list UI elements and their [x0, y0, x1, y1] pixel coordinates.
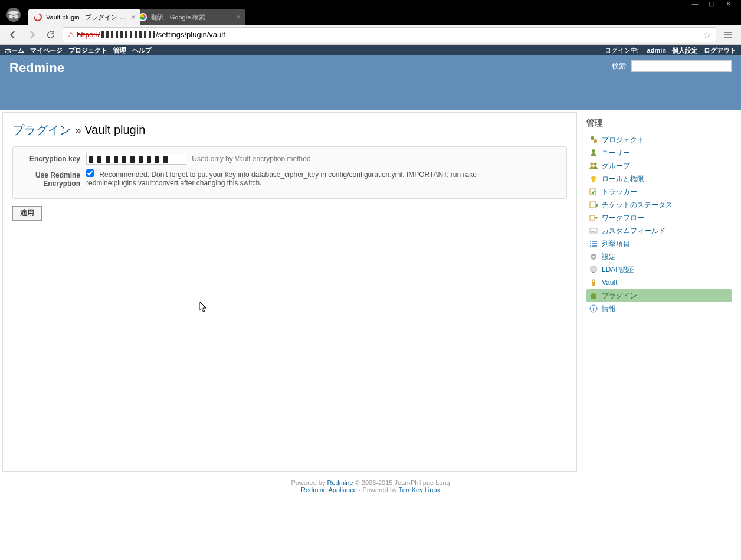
sidebar-item-plugins[interactable]: プラグイン: [586, 289, 732, 302]
admin-sidebar: 管理 プロジェクトユーザーグループロールと権限トラッカーチケットのステータスワー…: [582, 110, 741, 474]
footer-copyright: © 2006-2015 Jean-Philippe Lang: [353, 479, 450, 486]
svg-point-1: [8, 11, 18, 15]
svg-rect-31: [591, 267, 596, 271]
sidebar-item-user[interactable]: ユーザー: [586, 146, 732, 159]
footer-powered-by: Powered by: [291, 479, 327, 486]
sidebar-item-label[interactable]: グループ: [602, 161, 630, 171]
sidebar-item-label[interactable]: チケットのステータス: [602, 199, 673, 210]
svg-point-12: [592, 149, 595, 153]
svg-rect-20: [590, 228, 597, 233]
browser-toolbar: ⚠ https:// /settings/plugin/vault ☆: [0, 25, 741, 45]
sidebar-item-info[interactable]: i情報: [586, 302, 732, 315]
submit-row: 適用: [12, 206, 567, 221]
use-redmine-encryption-hint: Recommended. Don't forget to put your ke…: [86, 171, 477, 187]
tab-favicon-icon: [33, 12, 42, 22]
breadcrumb-plugins-link[interactable]: プラグイン: [12, 123, 71, 136]
browser-menu-button[interactable]: [721, 28, 735, 42]
settings-icon: [589, 252, 598, 261]
redmine-top-menu: ホームマイページプロジェクト管理ヘルプ ログイン中: admin 個人設定 ログ…: [0, 45, 741, 55]
sidebar-item-ldap[interactable]: LDAP認証: [586, 263, 732, 276]
tab-title: 翻訳 - Google 検索: [151, 13, 232, 22]
login-user-link[interactable]: admin: [647, 47, 666, 54]
window-chrome: — ▢ ✕: [0, 0, 741, 7]
sidebar-item-vault[interactable]: Vault: [586, 276, 732, 289]
window-minimize-button[interactable]: —: [688, 1, 702, 6]
top-menu-link-4[interactable]: ヘルプ: [132, 47, 152, 54]
svg-point-15: [591, 176, 596, 181]
reload-button[interactable]: [44, 28, 58, 42]
back-button[interactable]: [6, 28, 20, 42]
top-menu-link-0[interactable]: ホーム: [5, 47, 24, 54]
page-viewport[interactable]: ホームマイページプロジェクト管理ヘルプ ログイン中: admin 個人設定 ログ…: [0, 45, 741, 560]
use-redmine-encryption-checkbox[interactable]: [86, 169, 94, 177]
logout-link[interactable]: ログアウト: [704, 46, 736, 55]
footer-turnkey-link[interactable]: TurnKey Linux: [399, 486, 441, 493]
svg-text:i: i: [593, 306, 595, 312]
url-bar[interactable]: ⚠ https:// /settings/plugin/vault ☆: [63, 27, 716, 42]
group-icon: [589, 161, 598, 171]
sidebar-item-label[interactable]: ワークフロー: [602, 212, 644, 223]
sidebar-item-workflow[interactable]: ワークフロー: [586, 211, 732, 224]
sidebar-item-label[interactable]: 情報: [602, 303, 616, 314]
status-icon: [589, 200, 598, 209]
top-menu-link-1[interactable]: マイページ: [30, 47, 63, 54]
encryption-key-input[interactable]: [86, 153, 186, 165]
field-use-redmine-encryption: Use Redmine Encryption Recommended. Don'…: [21, 169, 558, 188]
quick-search: 検索:: [612, 60, 732, 72]
sidebar-item-label[interactable]: Vault: [602, 277, 617, 288]
forward-button[interactable]: [25, 28, 39, 42]
svg-point-10: [591, 136, 594, 140]
my-account-link[interactable]: 個人設定: [672, 46, 698, 55]
svg-rect-25: [590, 243, 591, 244]
insecure-lock-icon: ⚠: [68, 31, 74, 39]
svg-rect-36: [594, 293, 595, 294]
sidebar-item-status[interactable]: チケットのステータス: [586, 198, 732, 211]
sidebar-item-label[interactable]: ユーザー: [602, 148, 630, 158]
sidebar-item-settings[interactable]: 設定: [586, 250, 732, 263]
top-menu-link-2[interactable]: プロジェクト: [68, 47, 107, 54]
svg-rect-35: [592, 293, 593, 294]
browser-tab-0[interactable]: Vault plugin - プラグイン - R ×: [28, 9, 140, 25]
sidebar-item-group[interactable]: グループ: [586, 159, 732, 172]
svg-rect-32: [592, 272, 595, 273]
tab-close-icon[interactable]: ×: [236, 12, 241, 22]
footer-appliance-mid: - Powered by: [357, 486, 399, 493]
sidebar-item-custom[interactable]: カスタムフィールド: [586, 224, 732, 237]
sidebar-item-label[interactable]: プロジェクト: [602, 135, 644, 145]
login-info: ログイン中: admin 個人設定 ログアウト: [605, 46, 736, 55]
projects-icon: [589, 135, 598, 145]
page-title: プラグイン » Vault plugin: [12, 122, 567, 138]
sidebar-item-roles[interactable]: ロールと権限: [586, 172, 732, 185]
svg-point-14: [594, 163, 597, 166]
footer-appliance-link[interactable]: Redmine Appliance: [301, 486, 357, 493]
sidebar-item-tracker[interactable]: トラッカー: [586, 185, 732, 198]
settings-box: Encryption key Used only by Vault encryp…: [12, 146, 567, 199]
browser-tab-1[interactable]: 翻訳 - Google 検索 ×: [133, 9, 245, 25]
sidebar-item-label[interactable]: プラグイン: [602, 290, 637, 301]
footer-redmine-link[interactable]: Redmine: [327, 479, 353, 486]
sidebar-item-projects[interactable]: プロジェクト: [586, 133, 732, 146]
tab-close-icon[interactable]: ×: [131, 12, 136, 22]
url-path: /settings/plugin/vault: [156, 30, 225, 39]
window-maximize-button[interactable]: ▢: [704, 1, 719, 6]
svg-rect-18: [590, 202, 596, 208]
sidebar-item-label[interactable]: 設定: [602, 251, 616, 262]
plugins-icon: [589, 291, 598, 300]
redmine-header: 検索: Redmine: [0, 55, 741, 110]
tracker-icon: [589, 187, 598, 197]
search-input[interactable]: [631, 60, 732, 72]
field-encryption-key: Encryption key Used only by Vault encryp…: [21, 153, 558, 165]
window-close-button[interactable]: ✕: [721, 1, 735, 6]
sidebar-item-label[interactable]: ロールと権限: [602, 173, 644, 184]
sidebar-item-label[interactable]: カスタムフィールド: [602, 225, 665, 236]
apply-button[interactable]: 適用: [12, 206, 42, 221]
top-menu-link-3[interactable]: 管理: [113, 47, 126, 54]
sidebar-item-label[interactable]: LDAP認証: [602, 264, 634, 275]
sidebar-item-label[interactable]: トラッカー: [602, 186, 637, 197]
svg-rect-21: [591, 230, 594, 230]
custom-icon: [589, 226, 598, 235]
bookmark-star-icon[interactable]: ☆: [703, 30, 711, 40]
sidebar-item-label[interactable]: 列挙項目: [602, 238, 630, 249]
sidebar-item-enum[interactable]: 列挙項目: [586, 237, 732, 250]
vault-icon: [589, 278, 598, 287]
